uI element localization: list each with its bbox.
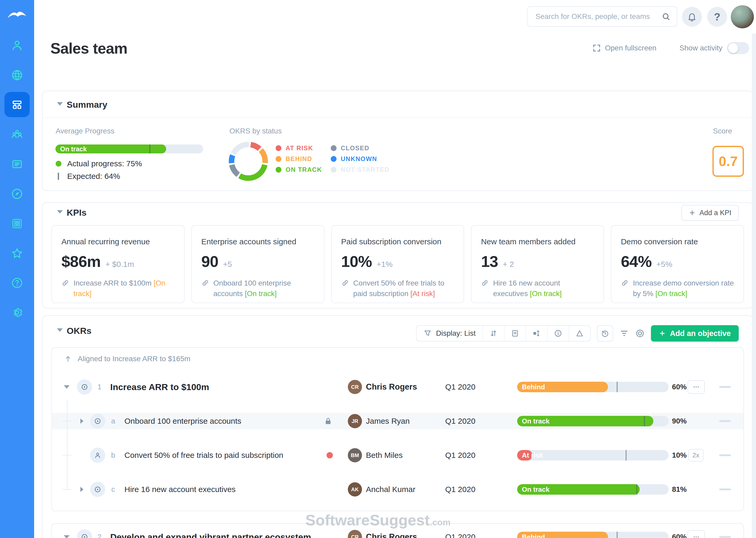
kpi-card[interactable]: Enterprise accounts signed90+5Onboard 10… (191, 225, 324, 303)
objective-title[interactable]: Develop and expand vibrant partner ecosy… (110, 532, 311, 538)
target-view-button[interactable] (635, 329, 645, 338)
kpi-linked-objective[interactable]: Increase ARR to $100m [On track] (62, 278, 174, 299)
okrs-collapse-caret[interactable] (57, 328, 63, 332)
key-result-title[interactable]: Hire 16 new account executives (124, 485, 236, 494)
delta-button[interactable] (569, 326, 590, 341)
kpi-linked-objective[interactable]: Convert 50% of free trials to paid subsc… (341, 278, 454, 299)
legend-dot-icon (276, 145, 281, 151)
owner-name[interactable]: James Ryan (366, 417, 410, 426)
search-icon[interactable] (661, 12, 670, 21)
progress-percent: 60% (664, 533, 687, 538)
aligned-to-row[interactable]: Aligned to Increase ARR to $165m (52, 348, 743, 370)
kpi-status: [On track] (530, 290, 561, 297)
owner-name[interactable]: Chris Rogers (366, 532, 417, 538)
more-options-button[interactable] (687, 530, 705, 538)
key-result-row[interactable]: aOnboard 100 enterprise accountsJRJames … (52, 404, 743, 438)
filter-button[interactable] (620, 329, 629, 338)
owner-avatar[interactable]: BM (348, 448, 362, 462)
summary-collapse-caret[interactable] (57, 102, 63, 106)
expand-caret[interactable] (80, 487, 83, 492)
sidebar-item-settings[interactable] (0, 297, 34, 327)
sidebar-item-globe[interactable] (0, 60, 34, 90)
sidebar-item-user[interactable] (0, 30, 34, 60)
actual-progress-row: Actual progress: 75% (56, 158, 142, 169)
key-result-row[interactable]: bConvert 50% of free trials to paid subs… (52, 438, 743, 472)
key-result-row[interactable]: cHire 16 new account executivesAKAnchal … (52, 472, 743, 507)
app-logo-icon[interactable] (6, 6, 28, 24)
owner-name[interactable]: Beth Miles (366, 451, 403, 460)
sort-button[interactable] (483, 326, 504, 341)
sidebar-item-team[interactable] (0, 120, 34, 149)
owner-avatar[interactable]: AK (348, 482, 362, 497)
owner-name[interactable]: Chris Rogers (366, 382, 417, 392)
owner-name[interactable]: Anchal Kumar (366, 485, 415, 494)
kpi-value-row: $86m+ $0.1m (62, 252, 174, 271)
help-button[interactable]: ? (707, 7, 727, 27)
progress-percent: 60% (664, 383, 687, 391)
kpi-title: Enterprise accounts signed (201, 237, 314, 246)
more-options-button[interactable] (687, 380, 705, 394)
kpi-title: Paid subscription conversion (341, 237, 454, 246)
sidebar-item-grid[interactable] (0, 209, 34, 238)
progress-percent: 90% (664, 417, 687, 425)
open-fullscreen-label[interactable]: Open fullscreen (605, 44, 656, 52)
expand-caret[interactable] (64, 385, 70, 389)
scrollbar-track[interactable] (752, 34, 756, 538)
empty-score-dash (719, 420, 731, 422)
sidebar-item-compass[interactable] (0, 179, 34, 209)
notifications-button[interactable] (682, 7, 702, 27)
person-type-icon (90, 448, 105, 463)
key-result-title[interactable]: Convert 50% of free trials to paid subsc… (124, 451, 283, 460)
add-kpi-button[interactable]: Add a KPI (682, 205, 739, 221)
kpi-linked-objective[interactable]: Hire 16 new account executives [On track… (481, 278, 594, 299)
owner-avatar[interactable]: JR (348, 414, 362, 428)
multiplier-badge: 2x (688, 449, 703, 461)
kpis-collapse-caret[interactable] (57, 210, 63, 214)
expected-tick (149, 144, 150, 153)
fullscreen-icon[interactable] (592, 44, 601, 53)
display-options-group: Display: List (416, 325, 591, 342)
history-button[interactable] (597, 325, 613, 342)
kpi-card[interactable]: Annual recurring revenue$86m+ $0.1mIncre… (51, 225, 185, 303)
compact-view-button[interactable] (504, 326, 526, 341)
score-value: 0.7 (712, 146, 744, 177)
kpi-card[interactable]: New team members added13+ 2Hire 16 new a… (471, 225, 604, 303)
owner-avatar[interactable]: CR (348, 380, 362, 394)
sidebar-item-org-chart[interactable] (0, 90, 34, 120)
expand-caret[interactable] (64, 535, 70, 538)
delta-icon (575, 329, 584, 338)
kpi-linked-objective[interactable]: Increase demo conversion rate by 5% [On … (621, 278, 734, 299)
target-icon (80, 533, 88, 538)
sidebar-item-star[interactable] (0, 238, 34, 268)
search-input[interactable] (527, 6, 677, 27)
sidebar-item-help[interactable] (0, 268, 34, 297)
kpi-card[interactable]: Demo conversion rate64%+5%Increase demo … (611, 225, 744, 303)
objective-row[interactable]: 1Increase ARR to $100mCRChris RogersQ1 2… (52, 370, 743, 404)
progress-percent: 81% (664, 485, 687, 494)
actual-progress-text: Actual progress: 75% (67, 159, 142, 168)
progress-bar: On track (517, 484, 669, 495)
user-avatar[interactable] (731, 5, 754, 28)
info-button[interactable] (547, 326, 569, 341)
expected-tick (636, 484, 638, 495)
row-height-button[interactable] (526, 326, 547, 341)
progress-status-label: Behind (522, 533, 545, 538)
expand-caret[interactable] (80, 418, 83, 424)
show-activity-toggle[interactable] (727, 42, 749, 54)
okr-group-card: Aligned to Increase ARR to $165m1Increas… (51, 347, 744, 511)
objective-title[interactable]: Increase ARR to $100m (110, 382, 209, 392)
target-type-icon (77, 529, 92, 538)
expected-progress-text: Expected: 64% (67, 172, 120, 181)
owner-avatar[interactable]: CR (348, 530, 362, 538)
key-result-title[interactable]: Onboard 100 enterprise accounts (124, 417, 241, 426)
kpi-title: New team members added (481, 237, 594, 246)
kpi-card[interactable]: Paid subscription conversion10%+1%Conver… (331, 225, 464, 303)
toggle-knob (728, 43, 738, 53)
display-mode-button[interactable]: Display: List (417, 326, 483, 341)
kpi-linked-objective[interactable]: Onboard 100 enterprise accounts [On trac… (201, 278, 314, 299)
objective-row[interactable]: 2Develop and expand vibrant partner ecos… (52, 524, 743, 538)
plus-icon (689, 209, 696, 216)
sidebar-item-document[interactable] (0, 149, 34, 179)
aligned-to-label: Aligned to Increase ARR to $165m (78, 355, 191, 363)
add-objective-button[interactable]: Add an objective (651, 325, 739, 342)
